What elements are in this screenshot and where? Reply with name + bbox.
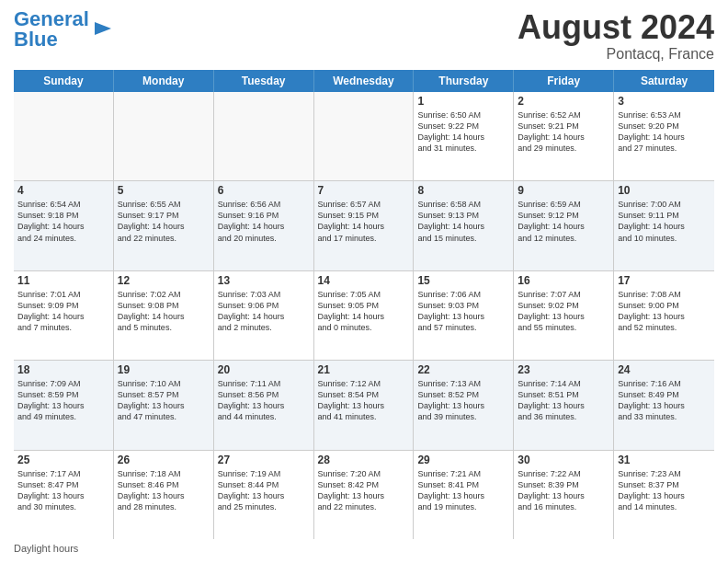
day-number: 30 — [518, 454, 609, 466]
day-number: 22 — [417, 363, 509, 376]
cal-cell: 16Sunrise: 7:07 AM Sunset: 9:02 PM Dayli… — [514, 271, 614, 360]
day-content: Sunrise: 7:02 AM Sunset: 9:08 PM Dayligh… — [118, 289, 210, 334]
day-number: 9 — [518, 184, 609, 197]
day-content: Sunrise: 7:16 AM Sunset: 8:49 PM Dayligh… — [618, 378, 711, 423]
cal-cell: 23Sunrise: 7:14 AM Sunset: 8:51 PM Dayli… — [514, 361, 614, 449]
day-content: Sunrise: 6:57 AM Sunset: 9:15 PM Dayligh… — [318, 199, 410, 244]
cal-header-friday: Friday — [514, 70, 614, 92]
cal-cell: 26Sunrise: 7:18 AM Sunset: 8:46 PM Dayli… — [114, 451, 214, 539]
logo-blue: Blue — [14, 28, 58, 51]
cal-header-saturday: Saturday — [614, 70, 714, 92]
cal-cell: 1Sunrise: 6:50 AM Sunset: 9:22 PM Daylig… — [414, 92, 514, 180]
day-number: 25 — [17, 454, 109, 466]
cal-header-monday: Monday — [114, 70, 214, 92]
cal-cell: 18Sunrise: 7:09 AM Sunset: 8:59 PM Dayli… — [14, 361, 114, 449]
cal-cell: 28Sunrise: 7:20 AM Sunset: 8:42 PM Dayli… — [314, 451, 415, 539]
day-content: Sunrise: 6:55 AM Sunset: 9:17 PM Dayligh… — [118, 199, 210, 244]
day-content: Sunrise: 7:06 AM Sunset: 9:03 PM Dayligh… — [417, 289, 509, 334]
cal-week-2: 4Sunrise: 6:54 AM Sunset: 9:18 PM Daylig… — [14, 181, 714, 270]
day-content: Sunrise: 7:21 AM Sunset: 8:41 PM Dayligh… — [417, 468, 509, 513]
cal-header-sunday: Sunday — [14, 70, 114, 92]
footer-note: Daylight hours — [14, 543, 714, 554]
cal-cell: 20Sunrise: 7:11 AM Sunset: 8:56 PM Dayli… — [214, 361, 314, 449]
cal-week-5: 25Sunrise: 7:17 AM Sunset: 8:47 PM Dayli… — [14, 451, 714, 539]
logo: General Blue — [14, 9, 113, 50]
day-content: Sunrise: 7:14 AM Sunset: 8:51 PM Dayligh… — [518, 378, 609, 423]
day-content: Sunrise: 7:11 AM Sunset: 8:56 PM Dayligh… — [218, 378, 310, 423]
logo-icon — [93, 18, 113, 39]
cal-cell: 19Sunrise: 7:10 AM Sunset: 8:57 PM Dayli… — [114, 361, 214, 449]
day-content: Sunrise: 6:58 AM Sunset: 9:13 PM Dayligh… — [417, 199, 509, 244]
day-number: 2 — [518, 95, 609, 108]
cal-cell: 6Sunrise: 6:56 AM Sunset: 9:16 PM Daylig… — [214, 181, 314, 270]
cal-week-1: 1Sunrise: 6:50 AM Sunset: 9:22 PM Daylig… — [14, 92, 714, 181]
day-number: 13 — [218, 274, 310, 287]
cal-cell — [114, 92, 214, 180]
day-number: 16 — [518, 274, 609, 287]
logo-text: General Blue — [14, 9, 89, 50]
cal-week-3: 11Sunrise: 7:01 AM Sunset: 9:09 PM Dayli… — [14, 271, 714, 361]
cal-cell: 8Sunrise: 6:58 AM Sunset: 9:13 PM Daylig… — [414, 181, 514, 270]
day-content: Sunrise: 7:13 AM Sunset: 8:52 PM Dayligh… — [417, 378, 509, 423]
day-number: 12 — [118, 274, 210, 287]
day-number: 28 — [318, 454, 410, 466]
day-content: Sunrise: 6:52 AM Sunset: 9:21 PM Dayligh… — [518, 109, 609, 155]
cal-cell — [314, 92, 415, 180]
calendar: SundayMondayTuesdayWednesdayThursdayFrid… — [14, 70, 714, 539]
cal-cell: 24Sunrise: 7:16 AM Sunset: 8:49 PM Dayli… — [614, 361, 714, 449]
title-block: August 2024 Pontacq, France — [518, 9, 714, 63]
location: Pontacq, France — [518, 46, 714, 63]
day-content: Sunrise: 7:00 AM Sunset: 9:11 PM Dayligh… — [618, 199, 711, 244]
calendar-body: 1Sunrise: 6:50 AM Sunset: 9:22 PM Daylig… — [14, 92, 714, 539]
day-content: Sunrise: 7:17 AM Sunset: 8:47 PM Dayligh… — [17, 468, 109, 513]
cal-cell: 10Sunrise: 7:00 AM Sunset: 9:11 PM Dayli… — [614, 181, 714, 270]
cal-cell: 5Sunrise: 6:55 AM Sunset: 9:17 PM Daylig… — [114, 181, 214, 270]
day-content: Sunrise: 7:23 AM Sunset: 8:37 PM Dayligh… — [618, 468, 711, 513]
day-number: 27 — [218, 454, 310, 466]
day-number: 21 — [318, 363, 410, 376]
cal-header-thursday: Thursday — [414, 70, 514, 92]
calendar-header: SundayMondayTuesdayWednesdayThursdayFrid… — [14, 70, 714, 92]
day-content: Sunrise: 7:01 AM Sunset: 9:09 PM Dayligh… — [17, 289, 109, 334]
cal-cell: 4Sunrise: 6:54 AM Sunset: 9:18 PM Daylig… — [14, 181, 114, 270]
page: General Blue August 2024 Pontacq, France… — [0, 0, 728, 563]
day-content: Sunrise: 7:10 AM Sunset: 8:57 PM Dayligh… — [118, 378, 210, 423]
day-content: Sunrise: 6:50 AM Sunset: 9:22 PM Dayligh… — [417, 109, 509, 155]
cal-cell: 17Sunrise: 7:08 AM Sunset: 9:00 PM Dayli… — [614, 271, 714, 360]
month-year: August 2024 — [518, 9, 714, 46]
svg-marker-0 — [95, 22, 111, 35]
day-content: Sunrise: 7:05 AM Sunset: 9:05 PM Dayligh… — [318, 289, 410, 334]
day-content: Sunrise: 7:18 AM Sunset: 8:46 PM Dayligh… — [118, 468, 210, 513]
cal-cell: 22Sunrise: 7:13 AM Sunset: 8:52 PM Dayli… — [414, 361, 514, 449]
day-content: Sunrise: 7:19 AM Sunset: 8:44 PM Dayligh… — [218, 468, 310, 513]
day-number: 3 — [618, 95, 711, 108]
cal-cell: 14Sunrise: 7:05 AM Sunset: 9:05 PM Dayli… — [314, 271, 415, 360]
day-content: Sunrise: 7:22 AM Sunset: 8:39 PM Dayligh… — [518, 468, 609, 513]
cal-cell: 12Sunrise: 7:02 AM Sunset: 9:08 PM Dayli… — [114, 271, 214, 360]
cal-cell: 30Sunrise: 7:22 AM Sunset: 8:39 PM Dayli… — [514, 451, 614, 539]
day-content: Sunrise: 7:07 AM Sunset: 9:02 PM Dayligh… — [518, 289, 609, 334]
day-content: Sunrise: 7:20 AM Sunset: 8:42 PM Dayligh… — [318, 468, 410, 513]
day-number: 5 — [118, 184, 210, 197]
cal-cell: 3Sunrise: 6:53 AM Sunset: 9:20 PM Daylig… — [614, 92, 714, 180]
cal-cell: 29Sunrise: 7:21 AM Sunset: 8:41 PM Dayli… — [414, 451, 514, 539]
cal-cell: 27Sunrise: 7:19 AM Sunset: 8:44 PM Dayli… — [214, 451, 314, 539]
cal-cell — [14, 92, 114, 180]
cal-cell: 7Sunrise: 6:57 AM Sunset: 9:15 PM Daylig… — [314, 181, 415, 270]
day-number: 1 — [417, 95, 509, 108]
cal-cell: 25Sunrise: 7:17 AM Sunset: 8:47 PM Dayli… — [14, 451, 114, 539]
day-number: 26 — [118, 454, 210, 466]
day-content: Sunrise: 7:08 AM Sunset: 9:00 PM Dayligh… — [618, 289, 711, 334]
cal-cell: 9Sunrise: 6:59 AM Sunset: 9:12 PM Daylig… — [514, 181, 614, 270]
day-number: 4 — [17, 184, 109, 197]
day-number: 14 — [318, 274, 410, 287]
cal-header-wednesday: Wednesday — [314, 70, 415, 92]
day-content: Sunrise: 6:56 AM Sunset: 9:16 PM Dayligh… — [218, 199, 310, 244]
day-content: Sunrise: 6:59 AM Sunset: 9:12 PM Dayligh… — [518, 199, 609, 244]
cal-week-4: 18Sunrise: 7:09 AM Sunset: 8:59 PM Dayli… — [14, 361, 714, 450]
day-number: 20 — [218, 363, 310, 376]
cal-cell: 11Sunrise: 7:01 AM Sunset: 9:09 PM Dayli… — [14, 271, 114, 360]
day-content: Sunrise: 6:53 AM Sunset: 9:20 PM Dayligh… — [618, 109, 711, 155]
day-number: 18 — [17, 363, 109, 376]
day-number: 31 — [618, 454, 711, 466]
